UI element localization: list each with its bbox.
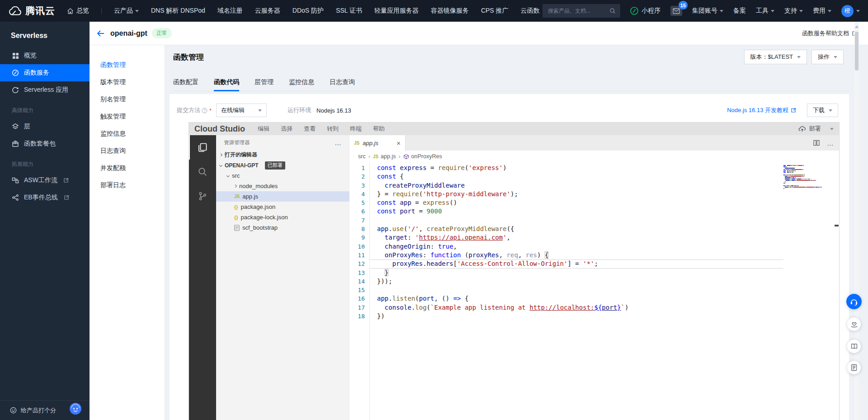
account-menu[interactable]: 橙: [841, 5, 860, 17]
page-scrollbar[interactable]: [854, 22, 859, 420]
submenu-item-3[interactable]: 触发管理: [90, 108, 165, 125]
tree-item-app.js[interactable]: JSapp.js: [216, 191, 349, 202]
search-input[interactable]: [547, 7, 609, 14]
topnav-item-7[interactable]: 容器镜像服务: [431, 7, 469, 15]
back-button[interactable]: [94, 27, 108, 40]
code-line[interactable]: console.log(`Example app listening at ht…: [377, 303, 628, 312]
tree-item-package.json[interactable]: {}package.json: [216, 202, 349, 212]
download-button[interactable]: 下载: [807, 104, 838, 117]
collapse-ide-icon[interactable]: [830, 128, 834, 130]
sidebar-item-2[interactable]: Serverless 应用: [0, 81, 90, 99]
sidebar-item-0[interactable]: 概览: [0, 47, 90, 64]
mascot-icon[interactable]: [69, 402, 82, 417]
version-select[interactable]: 版本：$LATEST: [744, 50, 807, 64]
ide-menu-1[interactable]: 选择: [281, 125, 292, 133]
tutorial-link[interactable]: Node.js 16.13 开发教程: [727, 106, 796, 114]
tab-3[interactable]: 监控信息: [289, 74, 314, 91]
miniprogram-link[interactable]: 小程序: [630, 7, 660, 15]
help-doc-link[interactable]: 函数服务帮助文档: [802, 29, 857, 38]
code-line[interactable]: } = require('http-proxy-middleware');: [377, 190, 628, 198]
ide-menu-0[interactable]: 编辑: [258, 125, 269, 133]
ide-menu-4[interactable]: 终端: [350, 125, 362, 133]
topnav-item-2[interactable]: 域名注册: [217, 7, 243, 15]
code-line[interactable]: app.listen(port, () => {: [377, 294, 628, 303]
tab-1[interactable]: 函数代码: [214, 74, 239, 91]
ide-menu-3[interactable]: 转到: [327, 125, 339, 133]
topnav-right-item-0[interactable]: 集团账号: [692, 7, 723, 15]
breadcrumb-item-2[interactable]: onProxyRes: [403, 153, 442, 160]
submenu-item-2[interactable]: 别名管理: [90, 90, 165, 108]
topnav-right-item-3[interactable]: 支持: [784, 7, 803, 15]
code-line[interactable]: }));: [377, 277, 628, 286]
topnav-item-1[interactable]: DNS 解析 DNSPod: [151, 7, 205, 15]
project-root[interactable]: OPENAI-GPT 已部署: [216, 160, 349, 170]
code-line[interactable]: }: [377, 269, 628, 277]
topnav-item-9[interactable]: 云函数: [521, 7, 540, 15]
overview-link[interactable]: 总览: [67, 7, 89, 15]
code-line[interactable]: const app = express(): [377, 198, 628, 207]
topnav-right-item-1[interactable]: 备案: [733, 7, 746, 15]
tencent-cloud-logo[interactable]: 腾讯云: [8, 5, 55, 17]
topnav-item-6[interactable]: 轻量应用服务器: [374, 7, 419, 15]
breadcrumb-item-1[interactable]: JSapp.js: [373, 153, 396, 160]
split-editor-icon[interactable]: [813, 140, 820, 146]
avatar[interactable]: 橙: [841, 5, 854, 17]
submit-method-select[interactable]: 在线编辑: [216, 104, 267, 117]
action-menu-button[interactable]: 操作: [811, 50, 844, 64]
submenu-item-6[interactable]: 并发配额: [90, 159, 165, 176]
ide-menu-5[interactable]: 帮助: [373, 125, 385, 133]
tab-2[interactable]: 层管理: [255, 74, 274, 91]
tab-4[interactable]: 日志查询: [330, 74, 355, 91]
submenu-item-1[interactable]: 版本管理: [90, 73, 165, 90]
deploy-button[interactable]: 部署: [798, 125, 821, 133]
close-tab-icon[interactable]: ×: [396, 139, 401, 147]
headset-button[interactable]: [846, 294, 862, 309]
code-line[interactable]: [377, 286, 628, 294]
submenu-item-0[interactable]: 函数管理: [90, 56, 165, 73]
tree-item-src[interactable]: src: [216, 170, 349, 181]
code-line[interactable]: [377, 216, 628, 225]
code-line[interactable]: target: 'https://api.openai.com',: [377, 233, 628, 242]
code-line[interactable]: }): [377, 312, 628, 321]
topnav-item-0[interactable]: 云产品: [114, 7, 139, 15]
tree-item-package-lock.json[interactable]: {}package-lock.json: [216, 212, 349, 222]
topnav-item-3[interactable]: 云服务器: [255, 7, 280, 15]
code-line[interactable]: onProxyRes: function (proxyRes, req, res…: [377, 251, 628, 260]
tab-0[interactable]: 函数配置: [173, 74, 198, 91]
search-box[interactable]: [542, 4, 620, 18]
submenu-item-7[interactable]: 部署日志: [90, 176, 165, 193]
tab-appjs[interactable]: JS app.js ×: [349, 135, 406, 151]
book-button[interactable]: [847, 340, 861, 353]
topnav-right-item-2[interactable]: 工具: [756, 7, 774, 15]
search-icon[interactable]: [609, 8, 616, 14]
open-editors-section[interactable]: 打开的编辑器: [216, 150, 349, 160]
tree-item-node_modules[interactable]: node_modules: [216, 181, 349, 191]
code-line[interactable]: createProxyMiddleware: [377, 181, 628, 190]
editor-more-actions-icon[interactable]: …: [827, 139, 834, 147]
breadcrumb-item-0[interactable]: src: [358, 153, 366, 160]
more-actions-icon[interactable]: …: [335, 139, 342, 146]
code-line[interactable]: const {: [377, 172, 628, 181]
topnav-item-8[interactable]: CPS 推广: [481, 7, 509, 15]
ide-menu-2[interactable]: 查看: [304, 125, 316, 133]
sidebar-item-8[interactable]: EB事件总线: [0, 189, 90, 206]
hands-button[interactable]: [847, 317, 861, 331]
minimap[interactable]: [782, 165, 835, 189]
topnav-right-item-4[interactable]: 费用: [813, 7, 831, 15]
info-icon[interactable]: [202, 108, 208, 113]
rate-product-button[interactable]: 给产品打个分: [0, 400, 90, 420]
survey-button[interactable]: [847, 361, 861, 374]
submenu-item-4[interactable]: 监控信息: [90, 125, 165, 142]
code-area[interactable]: 123456789101112131415161718 const expres…: [349, 162, 839, 420]
sidebar-item-5[interactable]: 函数套餐包: [0, 135, 90, 152]
submenu-item-5[interactable]: 日志查询: [90, 142, 165, 159]
code-line[interactable]: const port = 9000: [377, 207, 628, 216]
code-line[interactable]: proxyRes.headers['Access-Control-Allow-O…: [377, 260, 628, 268]
sidebar-item-1[interactable]: 函数服务: [0, 64, 90, 81]
code-line[interactable]: changeOrigin: true,: [377, 242, 628, 251]
topnav-item-5[interactable]: SSL 证书: [336, 7, 362, 15]
scrollbar-thumb[interactable]: [855, 32, 859, 71]
code-line[interactable]: app.use('/', createProxyMiddleware({: [377, 225, 628, 233]
sidebar-item-7[interactable]: ASW工作流: [0, 172, 90, 189]
scroll-up-arrow[interactable]: [855, 25, 859, 28]
